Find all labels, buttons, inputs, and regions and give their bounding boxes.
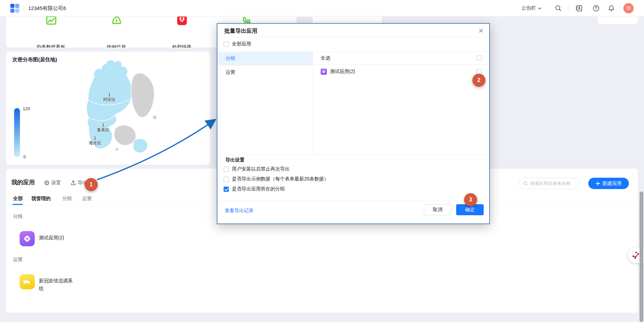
divider [568, 5, 569, 11]
settings-label: 设置 [51, 180, 61, 186]
map-region-gray-east[interactable] [131, 73, 154, 117]
shortcut-external-link[interactable]: 外部链接 [154, 17, 209, 48]
line-chart-icon [45, 17, 57, 26]
settings-button[interactable]: 设置 [44, 180, 61, 186]
option-checkbox-2[interactable] [224, 177, 229, 182]
tab-managed[interactable]: 我管理的 [31, 196, 51, 202]
top-navbar: 12345有限公司6 公告栏 张 [0, 0, 644, 17]
map-card: 次密分布图(居住地) 120 0 1同安区 1集美区 1海沧区 [6, 52, 210, 165]
user-avatar[interactable]: 张 [623, 3, 634, 13]
map-label-tongan: 1同安区 [97, 92, 121, 102]
option-label-3: 是否导出应用所在的分组 [232, 186, 285, 192]
modal-left-item-operation[interactable]: 运营 [218, 65, 313, 79]
divider [217, 155, 489, 155]
option-label-1: 用户安装以后禁止再次导出 [232, 166, 290, 172]
group-label: 分组 [13, 214, 23, 220]
chevron-down-icon [538, 7, 541, 10]
export-settings-title: 导出设置 [225, 157, 245, 163]
help-icon[interactable] [592, 4, 600, 12]
step-badge-3: 3 [464, 193, 477, 206]
shortcut-label: 外部链接 [154, 44, 209, 48]
all-apps-checkbox[interactable] [224, 42, 229, 47]
app-name: 新冠疫情流调系统 [39, 274, 77, 292]
shortcut-label: 协查数据看板 [23, 44, 78, 48]
contacts-icon[interactable] [575, 4, 583, 12]
search-apps-input-wrap [519, 178, 580, 189]
gear-icon [44, 180, 50, 186]
shortcut-label: 病例信息 [89, 44, 144, 48]
announcement-dropdown[interactable]: 公告栏 [522, 0, 541, 17]
select-all-label: 全选 [321, 55, 330, 61]
option-row-3: 是否导出应用所在的分组 [224, 186, 285, 192]
option-label-2: 是否导出示例数据（每个表单最新20条数据） [232, 176, 329, 182]
truck-icon [23, 277, 32, 286]
close-icon[interactable]: ✕ [478, 27, 484, 35]
diamond-shield-icon [23, 234, 32, 243]
network-nodes-icon [631, 251, 640, 260]
app-icon-purple [20, 231, 35, 246]
plus-icon [595, 181, 600, 186]
gauge-icon [111, 17, 122, 26]
new-app-button[interactable]: 新建应用 [588, 178, 629, 189]
step-badge-1: 1 [85, 178, 98, 191]
app-root: 协查数据看板 病例信息 外部链接 次密分布图(居住地) 120 0 [0, 0, 644, 322]
map-region-blue-south[interactable] [133, 139, 148, 153]
shortcut-cases[interactable]: 病例信息 [89, 17, 144, 48]
external-link-icon [176, 17, 188, 26]
app-name: 测试应用(2) [39, 231, 77, 241]
divider [619, 5, 620, 11]
divider [217, 37, 489, 37]
modal-left-item-group[interactable]: 分组 [218, 52, 313, 65]
step-badge-2: 2 [472, 74, 485, 87]
divider [23, 5, 24, 12]
tab-all[interactable]: 全部 [13, 196, 23, 202]
map-label-haicang: 1海沧区 [83, 136, 107, 145]
option-row-1: 用户安装以后禁止再次导出 [224, 166, 290, 172]
select-all-row: 全选 [313, 52, 489, 65]
app-item-test[interactable]: 测试应用(2) [20, 231, 77, 246]
bell-icon[interactable] [608, 4, 615, 12]
diamond-shield-icon [322, 70, 326, 74]
app-icon-purple-mini [321, 69, 327, 75]
all-apps-checkbox-row: 全部应用 [224, 41, 251, 47]
select-all-checkbox[interactable] [476, 55, 482, 61]
map-legend-gradient [14, 108, 20, 157]
group-label: 运营 [13, 257, 23, 263]
modal-left-panel: 分组 运营 [218, 52, 313, 155]
company-name: 12345有限公司6 [28, 5, 66, 12]
modal-app-name: 测试应用(2) [330, 69, 355, 75]
map-region-gray-island[interactable] [114, 125, 136, 145]
hidden-element-stub [297, 17, 313, 23]
scrollbar-thumb[interactable] [640, 191, 643, 322]
option-row-2: 是否导出示例数据（每个表单最新20条数据） [224, 176, 329, 182]
new-app-label: 新建应用 [602, 180, 622, 187]
option-checkbox-3[interactable] [224, 187, 229, 192]
legend-min-label: 0 [23, 154, 26, 159]
announcement-label: 公告栏 [522, 5, 536, 11]
my-apps-title: 我的应用 [11, 178, 35, 186]
topright-card-stub [598, 17, 638, 24]
cancel-button[interactable]: 取消 [424, 204, 451, 215]
batch-export-modal: 批量导出应用 ✕ 全部应用 分组 运营 全选 测试应用(2) 导出设置 用户安装 [217, 23, 490, 224]
search-apps-input[interactable] [530, 181, 575, 186]
tab-operation[interactable]: 运营 [82, 196, 92, 202]
modal-app-item-row: 测试应用(2) [313, 65, 489, 79]
map-label-jimei: 1集美区 [91, 123, 115, 132]
modal-title: 批量导出应用 [224, 28, 257, 35]
search-icon[interactable] [555, 4, 562, 12]
view-export-records-link[interactable]: 查看导出记录 [225, 208, 254, 214]
divider [217, 201, 489, 201]
option-checkbox-1[interactable] [224, 167, 229, 172]
shortcut-dashboard[interactable]: 协查数据看板 [23, 17, 78, 48]
all-apps-label: 全部应用 [232, 41, 251, 47]
tab-group[interactable]: 分组 [62, 196, 72, 202]
logo-icon[interactable] [10, 4, 20, 13]
app-icon-yellow [20, 274, 35, 289]
map-title: 次密分布图(居住地) [12, 56, 57, 63]
legend-max-label: 120 [23, 106, 30, 111]
app-item-covid[interactable]: 新冠疫情流调系统 [20, 274, 77, 292]
search-icon [523, 181, 528, 186]
export-icon [71, 180, 76, 186]
choropleth-map[interactable] [60, 57, 198, 162]
